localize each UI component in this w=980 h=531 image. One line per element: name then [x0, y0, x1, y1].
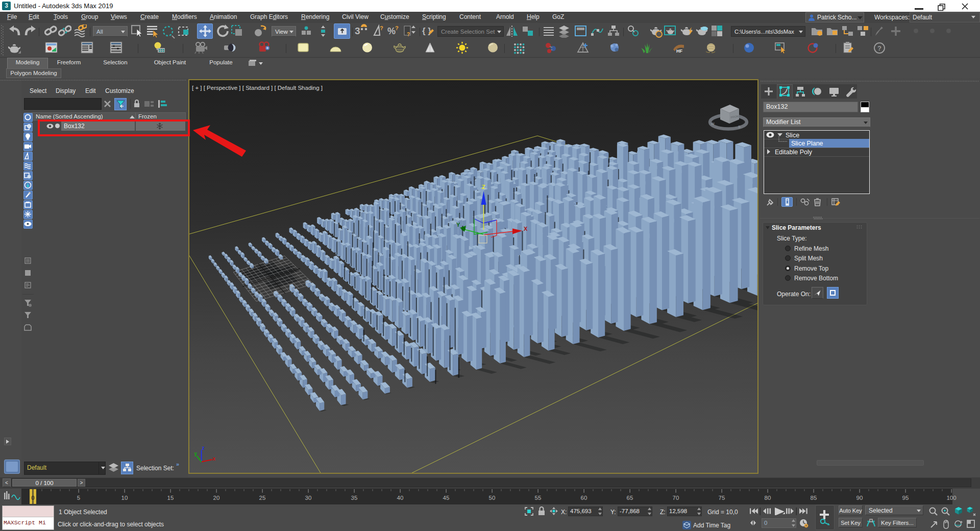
svg-text:%: %: [387, 26, 396, 36]
svg-text:{ }: { }: [422, 26, 431, 36]
svg-text:85: 85: [811, 495, 817, 501]
svg-text:25: 25: [259, 495, 266, 501]
svg-text:[ + ] [ Perspective ] [ Standa: [ + ] [ Perspective ] [ Standard ] [ Def…: [192, 85, 323, 91]
svg-text:z: z: [202, 445, 205, 451]
svg-text:?: ?: [877, 44, 881, 52]
svg-text:15: 15: [167, 495, 174, 501]
svg-text:20: 20: [213, 495, 220, 501]
svg-text:50: 50: [489, 495, 496, 501]
svg-text:60: 60: [581, 495, 587, 501]
svg-text:?: ?: [380, 25, 383, 31]
svg-text:10: 10: [121, 495, 128, 501]
svg-text:y: y: [194, 451, 198, 456]
svg-text:S: S: [738, 125, 741, 129]
svg-text:35: 35: [351, 495, 358, 501]
svg-text:95: 95: [902, 495, 909, 501]
svg-text:90: 90: [856, 495, 863, 501]
svg-text:X: X: [524, 226, 528, 232]
svg-text:5: 5: [77, 495, 80, 501]
svg-text:3: 3: [355, 26, 360, 36]
svg-text:55: 55: [535, 495, 542, 501]
svg-text:HF: HF: [676, 49, 682, 54]
svg-text:x: x: [213, 456, 216, 462]
svg-text:30: 30: [305, 495, 312, 501]
svg-text:40: 40: [397, 495, 404, 501]
svg-text:?: ?: [395, 25, 399, 31]
svg-text:100: 100: [946, 495, 956, 501]
svg-text:70: 70: [673, 495, 679, 501]
svg-text:?: ?: [407, 32, 410, 37]
svg-text:Y: Y: [456, 222, 460, 228]
svg-text:W: W: [711, 122, 715, 126]
svg-text:0: 0: [31, 495, 34, 501]
svg-text:Z: Z: [482, 184, 485, 190]
svg-text:75: 75: [719, 495, 725, 501]
svg-text:80: 80: [765, 495, 771, 501]
svg-text:65: 65: [627, 495, 633, 501]
svg-text:45: 45: [443, 495, 450, 501]
